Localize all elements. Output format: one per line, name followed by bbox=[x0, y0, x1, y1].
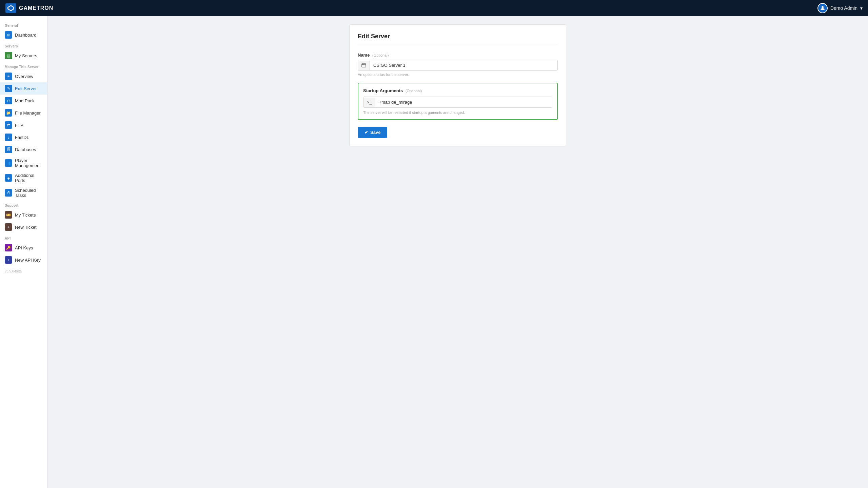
new-api-icon: + bbox=[5, 256, 12, 264]
database-icon: 🗄 bbox=[5, 146, 12, 153]
sidebar-item-label: File Manager bbox=[15, 110, 41, 116]
sidebar-section-servers: Servers bbox=[0, 41, 47, 49]
sidebar-item-player-management[interactable]: 👥 Player Management bbox=[0, 156, 47, 170]
grid-icon: ⊞ bbox=[5, 31, 12, 39]
name-optional: (Optional) bbox=[372, 53, 389, 57]
sidebar-item-new-api-key[interactable]: + New API Key bbox=[0, 254, 47, 266]
topnav: GAMETRON Demo Admin ▾ bbox=[0, 0, 868, 16]
sidebar-item-databases[interactable]: 🗄 Databases bbox=[0, 143, 47, 156]
svg-point-2 bbox=[822, 6, 824, 8]
layout: General ⊞ Dashboard Servers ▤ My Servers… bbox=[0, 16, 868, 488]
sidebar-item-edit-server[interactable]: ✎ Edit Server bbox=[0, 82, 47, 95]
sidebar-item-label: Scheduled Tasks bbox=[15, 188, 42, 198]
chevron-down-icon: ▾ bbox=[860, 5, 863, 11]
brand-logo: GAMETRON bbox=[5, 3, 53, 13]
sidebar-item-label: Dashboard bbox=[15, 33, 37, 38]
name-input-wrapper bbox=[358, 60, 558, 71]
sidebar-item-my-servers[interactable]: ▤ My Servers bbox=[0, 49, 47, 62]
user-menu[interactable]: Demo Admin ▾ bbox=[817, 3, 863, 13]
ticket-icon: 🎫 bbox=[5, 211, 12, 219]
players-icon: 👥 bbox=[5, 159, 12, 167]
brand-icon bbox=[5, 3, 16, 13]
fastdl-icon: ↓ bbox=[5, 134, 12, 141]
folder-icon: 📁 bbox=[5, 109, 12, 117]
sidebar-section-api: API bbox=[0, 233, 47, 242]
new-ticket-icon: + bbox=[5, 223, 12, 231]
sidebar-item-label: Overview bbox=[15, 74, 33, 79]
ftp-icon: ⇄ bbox=[5, 121, 12, 129]
name-label: Name (Optional) bbox=[358, 53, 558, 58]
main-content: Edit Server Name (Optional) bbox=[47, 16, 868, 488]
sidebar-item-label: Edit Server bbox=[15, 86, 37, 91]
server-icon-prefix bbox=[358, 61, 370, 70]
startup-input[interactable] bbox=[375, 97, 552, 107]
name-field-group: Name (Optional) An optional alias fo bbox=[358, 53, 558, 77]
save-button[interactable]: ✔ Save bbox=[358, 127, 387, 138]
sidebar-item-scheduled-tasks[interactable]: ⏱ Scheduled Tasks bbox=[0, 185, 47, 200]
sidebar-item-label: My Tickets bbox=[15, 212, 36, 218]
name-input[interactable] bbox=[370, 60, 557, 70]
sidebar-item-label: API Keys bbox=[15, 245, 33, 250]
sidebar-item-ftp[interactable]: ⇄ FTP bbox=[0, 119, 47, 131]
sidebar-section-manage: Manage This Server bbox=[0, 62, 47, 70]
sidebar-item-label: Databases bbox=[15, 147, 36, 152]
sidebar: General ⊞ Dashboard Servers ▤ My Servers… bbox=[0, 16, 47, 488]
terminal-prefix: >_ bbox=[363, 98, 375, 107]
edit-icon: ✎ bbox=[5, 85, 12, 92]
card-title: Edit Server bbox=[358, 33, 558, 44]
server-icon: ▤ bbox=[5, 52, 12, 59]
sidebar-item-additional-ports[interactable]: ◈ Additional Ports bbox=[0, 170, 47, 185]
clock-icon: ⏱ bbox=[5, 189, 12, 197]
checkmark-icon: ✔ bbox=[364, 130, 368, 135]
sidebar-item-label: Player Management bbox=[15, 158, 42, 168]
sidebar-section-support: Support bbox=[0, 200, 47, 209]
sidebar-section-general: General bbox=[0, 20, 47, 29]
sidebar-item-overview[interactable]: ≡ Overview bbox=[0, 70, 47, 82]
brand-name: GAMETRON bbox=[19, 5, 53, 11]
sidebar-item-dashboard[interactable]: ⊞ Dashboard bbox=[0, 29, 47, 41]
sidebar-item-fastdl[interactable]: ↓ FastDL bbox=[0, 131, 47, 143]
edit-server-card: Edit Server Name (Optional) bbox=[349, 24, 566, 146]
sidebar-item-label: My Servers bbox=[15, 53, 37, 58]
sidebar-item-api-keys[interactable]: 🔑 API Keys bbox=[0, 242, 47, 254]
sidebar-item-label: Mod Pack bbox=[15, 98, 35, 103]
version-label: v3.5.0-beta bbox=[0, 266, 47, 277]
user-avatar bbox=[817, 3, 828, 13]
sidebar-item-label: FTP bbox=[15, 123, 23, 128]
sidebar-item-mod-pack[interactable]: ⊡ Mod Pack bbox=[0, 95, 47, 107]
startup-hint: The server will be restarted if startup … bbox=[363, 110, 552, 115]
key-icon: 🔑 bbox=[5, 244, 12, 251]
svg-point-5 bbox=[362, 64, 363, 64]
startup-input-wrapper: >_ bbox=[363, 97, 552, 108]
ports-icon: ◈ bbox=[5, 174, 12, 182]
sidebar-item-my-tickets[interactable]: 🎫 My Tickets bbox=[0, 209, 47, 221]
save-label: Save bbox=[370, 130, 380, 135]
user-label: Demo Admin bbox=[830, 5, 857, 11]
name-hint: An optional alias for the server. bbox=[358, 73, 558, 77]
overview-icon: ≡ bbox=[5, 73, 12, 80]
startup-args-box: Startup Arguments (Optional) >_ The serv… bbox=[358, 83, 558, 120]
sidebar-item-label: FastDL bbox=[15, 135, 29, 140]
sidebar-item-label: New API Key bbox=[15, 258, 41, 263]
sidebar-item-label: Additional Ports bbox=[15, 173, 42, 183]
mod-icon: ⊡ bbox=[5, 97, 12, 104]
sidebar-item-new-ticket[interactable]: + New Ticket bbox=[0, 221, 47, 233]
startup-optional: (Optional) bbox=[406, 89, 422, 93]
svg-point-6 bbox=[363, 64, 363, 64]
startup-label: Startup Arguments (Optional) bbox=[363, 88, 552, 93]
sidebar-item-file-manager[interactable]: 📁 File Manager bbox=[0, 107, 47, 119]
sidebar-item-label: New Ticket bbox=[15, 225, 37, 230]
